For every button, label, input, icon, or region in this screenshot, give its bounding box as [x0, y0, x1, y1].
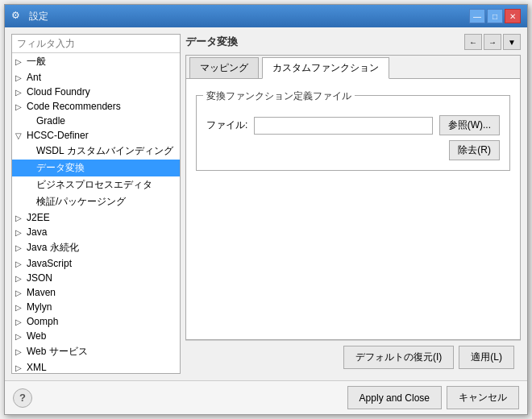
tree-arrow-java: ▷ [15, 228, 25, 237]
window-title: 設定 [29, 10, 48, 23]
tree-item-general[interactable]: ▷一般 [12, 53, 180, 70]
tree-arrow-javapersist: ▷ [15, 243, 25, 252]
nav-dropdown-button[interactable]: ▼ [503, 34, 521, 50]
tree-item-xml[interactable]: ▷XML [12, 360, 180, 373]
tree-label-ant: Ant [27, 72, 41, 83]
tree-item-maven[interactable]: ▷Maven [12, 285, 180, 300]
tab-customfunc[interactable]: カスタムファンクション [262, 57, 389, 79]
tree-container: ▷一般▷Ant▷Cloud Foundry▷Code RecommendersG… [12, 53, 180, 373]
section-title: データ変換 [185, 35, 238, 49]
nav-buttons: ← → ▼ [464, 34, 521, 50]
tabs-header: マッピング カスタムファンクション [186, 56, 520, 79]
tree-item-javapersist[interactable]: ▷Java 永続化 [12, 239, 180, 256]
minimize-button[interactable]: — [469, 9, 485, 23]
file-label: ファイル: [206, 118, 247, 132]
tree-label-mylyn: Mylyn [27, 301, 52, 313]
tree-arrow-hcsc: ▽ [15, 131, 25, 140]
tree-item-dataconv[interactable]: データ変換 [12, 160, 180, 176]
tree-label-hcsc: HCSC-Definer [27, 130, 89, 141]
tree-item-web[interactable]: ▷Web [12, 329, 180, 343]
footer-right: Apply and Close キャンセル [347, 386, 519, 409]
filter-input[interactable] [12, 35, 180, 53]
title-bar: ⚙ 設定 — □ ✕ [5, 5, 527, 27]
tree-item-oomph[interactable]: ▷Oomph [12, 314, 180, 329]
tree-arrow-ant: ▷ [15, 73, 25, 82]
tree-arrow-javascript: ▷ [15, 259, 25, 268]
tree-item-gradle[interactable]: Gradle [12, 114, 180, 128]
tree-arrow-j2ee: ▷ [15, 214, 25, 222]
maximize-button[interactable]: □ [487, 9, 503, 23]
tree-arrow-cloudfoundry: ▷ [15, 88, 25, 97]
tree-arrow-coderecommenders: ▷ [15, 102, 25, 111]
tree-item-json[interactable]: ▷JSON [12, 271, 180, 285]
group-box: 変換ファンクション定義ファイル ファイル: 参照(W)... 除去(R) [196, 95, 510, 171]
tree-item-wsdl[interactable]: WSDL カスタムバインディング [12, 143, 180, 160]
tab-content: 変換ファンクション定義ファイル ファイル: 参照(W)... 除去(R) [186, 79, 520, 339]
tree-label-gradle: Gradle [36, 115, 65, 127]
tree-label-oomph: Oomph [27, 316, 58, 327]
nav-forward-button[interactable]: → [484, 34, 501, 50]
tree-arrow-webservice: ▷ [15, 347, 25, 356]
tree-arrow-xml: ▷ [15, 363, 25, 372]
tree-item-javascript[interactable]: ▷JavaScript [12, 256, 180, 271]
apply-button[interactable]: 適用(L) [459, 346, 514, 369]
tree-item-validate[interactable]: 検証/パッケージング [12, 193, 180, 210]
tree-item-j2ee[interactable]: ▷J2EE [12, 210, 180, 225]
file-input[interactable] [254, 117, 432, 135]
tree-arrow-json: ▷ [15, 274, 25, 283]
main-window: ⚙ 設定 — □ ✕ ▷一般▷Ant▷Cloud Foundry▷Code Re… [4, 4, 528, 415]
help-button[interactable]: ? [13, 388, 32, 408]
tree-arrow-mylyn: ▷ [15, 303, 25, 312]
tree-arrow-maven: ▷ [15, 288, 25, 297]
tree-item-java[interactable]: ▷Java [12, 225, 180, 239]
content-area: ▷一般▷Ant▷Cloud Foundry▷Code RecommendersG… [5, 27, 527, 380]
remove-button[interactable]: 除去(R) [449, 140, 500, 160]
tree-item-coderecommenders[interactable]: ▷Code Recommenders [12, 99, 180, 114]
tree-item-cloudfoundry[interactable]: ▷Cloud Foundry [12, 85, 180, 99]
tree-item-ant[interactable]: ▷Ant [12, 70, 180, 85]
left-panel: ▷一般▷Ant▷Cloud Foundry▷Code RecommendersG… [11, 34, 181, 374]
tree-label-xml: XML [27, 362, 47, 373]
title-bar-left: ⚙ 設定 [11, 10, 48, 23]
tree-label-webservice: Web サービス [27, 345, 88, 359]
ref-button[interactable]: 参照(W)... [439, 115, 500, 135]
tree-label-maven: Maven [27, 287, 56, 298]
window-icon: ⚙ [11, 10, 24, 23]
nav-back-button[interactable]: ← [464, 34, 482, 50]
remove-row: 除去(R) [206, 140, 500, 160]
bottom-bar: デフォルトの復元(I) 適用(L) [185, 340, 521, 374]
tree-item-hcsc[interactable]: ▽HCSC-Definer [12, 128, 180, 143]
group-legend: 変換ファンクション定義ファイル [203, 89, 355, 103]
right-panel: データ変換 ← → ▼ マッピング カスタムファンクション [185, 34, 521, 374]
tree-label-web: Web [27, 330, 46, 342]
apply-close-button[interactable]: Apply and Close [347, 386, 442, 409]
title-buttons: — □ ✕ [469, 9, 521, 23]
tree-arrow-oomph: ▷ [15, 317, 25, 326]
bottom-right: デフォルトの復元(I) 適用(L) [343, 346, 514, 369]
tabs-area: マッピング カスタムファンクション 変換ファンクション定義ファイル ファイル: … [185, 55, 521, 340]
tree-arrow-web: ▷ [15, 332, 25, 341]
tree-label-bizprocess: ビジネスプロセスエディタ [36, 178, 152, 192]
cancel-button[interactable]: キャンセル [447, 386, 519, 409]
tree-item-mylyn[interactable]: ▷Mylyn [12, 300, 180, 314]
tree-arrow-general: ▷ [15, 57, 25, 66]
tree-label-coderecommenders: Code Recommenders [27, 101, 121, 112]
close-button[interactable]: ✕ [505, 9, 521, 23]
tree-item-webservice[interactable]: ▷Web サービス [12, 343, 180, 360]
tree-label-json: JSON [27, 272, 52, 284]
tree-label-dataconv: データ変換 [36, 161, 85, 175]
tab-mapping[interactable]: マッピング [189, 57, 259, 78]
footer-bar: ? Apply and Close キャンセル [5, 380, 527, 414]
tree-label-javapersist: Java 永続化 [27, 241, 79, 255]
tree-item-bizprocess[interactable]: ビジネスプロセスエディタ [12, 176, 180, 193]
tree-label-general: 一般 [27, 55, 46, 68]
tree-label-validate: 検証/パッケージング [36, 195, 126, 209]
file-row: ファイル: 参照(W)... [206, 115, 500, 135]
tree-label-java: Java [27, 226, 47, 238]
tree-label-j2ee: J2EE [27, 212, 50, 223]
restore-default-button[interactable]: デフォルトの復元(I) [343, 346, 454, 369]
right-header: データ変換 ← → ▼ [185, 34, 521, 50]
tree-label-cloudfoundry: Cloud Foundry [27, 86, 90, 97]
tree-label-wsdl: WSDL カスタムバインディング [36, 144, 173, 158]
tree-label-javascript: JavaScript [27, 258, 72, 269]
